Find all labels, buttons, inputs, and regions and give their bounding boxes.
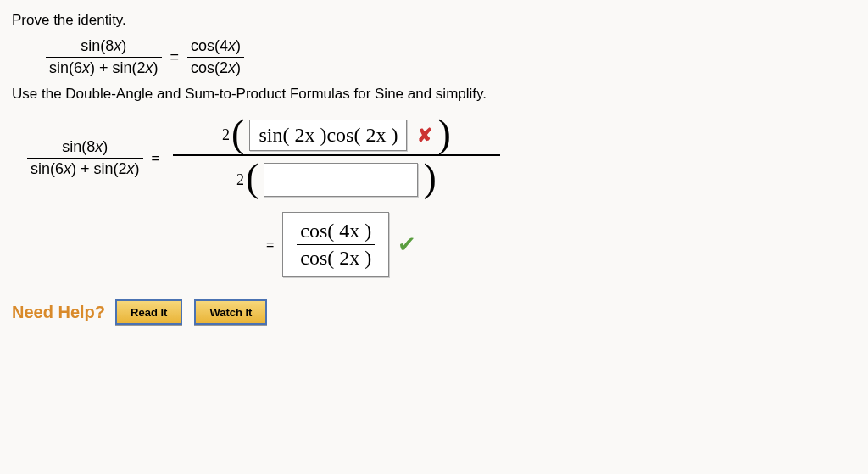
identity-equation: sin(8x) sin(6x) + sin(2x) = cos(4x) cos(… — [46, 37, 856, 77]
identity-rhs-num: cos(4x) — [187, 37, 244, 57]
equals-sign: = — [170, 48, 180, 66]
read-it-button[interactable]: Read It — [115, 299, 182, 325]
incorrect-icon: ✘ — [417, 125, 432, 147]
final-numerator: cos( 4x ) — [297, 220, 375, 244]
step1-lhs-den: sin(6x) + sin(2x) — [27, 158, 143, 178]
final-step-row: = cos( 4x ) cos( 2x ) ✔ — [266, 212, 856, 277]
equals-sign: = — [152, 151, 159, 166]
identity-lhs-num: sin(8x) — [46, 37, 162, 57]
denominator-answer-input[interactable] — [264, 163, 418, 197]
need-help-label: Need Help? — [12, 303, 105, 322]
question-prompt: Prove the identity. — [12, 12, 856, 29]
step1-lhs-num: sin(8x) — [27, 138, 143, 158]
final-answer-input[interactable]: cos( 4x ) cos( 2x ) — [282, 212, 389, 277]
equals-sign: = — [266, 237, 274, 253]
help-row: Need Help? Read It Watch It — [12, 299, 856, 325]
watch-it-button[interactable]: Watch It — [194, 299, 267, 325]
identity-rhs-den: cos(2x) — [187, 57, 244, 77]
numerator-answer-input[interactable]: sin( 2x )cos( 2x ) — [249, 120, 407, 151]
step-1-row: sin(8x) sin(6x) + sin(2x) = 2 ( sin( 2x … — [27, 116, 856, 200]
instruction-text: Use the Double-Angle and Sum-to-Product … — [12, 86, 856, 103]
denominator-factor: 2 — [236, 171, 244, 189]
final-denominator: cos( 2x ) — [297, 244, 375, 270]
numerator-factor: 2 — [222, 126, 230, 144]
identity-lhs-den: sin(6x) + sin(2x) — [46, 57, 162, 77]
correct-icon: ✔ — [398, 231, 416, 258]
